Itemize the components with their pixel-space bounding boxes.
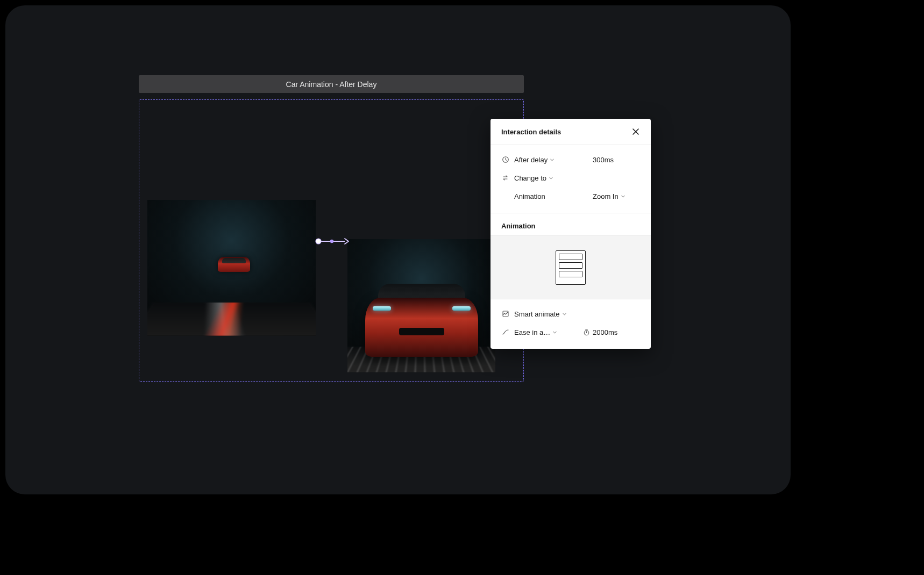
trigger-action-section: After delay 300ms Change to: [491, 145, 651, 213]
light-trails: [147, 303, 316, 336]
interaction-details-panel: Interaction details After delay: [491, 119, 651, 349]
easing-curve-icon: [501, 328, 510, 336]
spacer: [501, 192, 510, 200]
easing-dropdown[interactable]: Ease in a…: [514, 328, 557, 336]
car-near: [365, 276, 478, 357]
duration-value: 2000ms: [593, 328, 617, 336]
frame-title-bar[interactable]: Car Animation - After Delay: [139, 75, 524, 93]
trigger-delay-input[interactable]: 300ms: [593, 156, 614, 164]
chevron-down-icon: [621, 194, 626, 199]
design-canvas[interactable]: Car Animation - After Delay Interaction …: [5, 5, 791, 494]
chevron-down-icon: [552, 330, 557, 335]
animation-type-dropdown[interactable]: Smart animate: [514, 310, 567, 318]
animation-type-row: Smart animate: [501, 305, 641, 323]
chevron-down-icon: [550, 157, 555, 162]
swap-icon: [501, 174, 510, 182]
animation-settings-section: Smart animate Ease in a…: [491, 299, 651, 349]
panel-title: Interaction details: [501, 128, 561, 136]
smart-animate-icon: [501, 310, 510, 318]
trigger-row: After delay 300ms: [501, 150, 641, 169]
chevron-down-icon: [562, 312, 567, 317]
car-far: [218, 257, 250, 272]
close-icon: [632, 128, 639, 135]
close-button[interactable]: [630, 126, 641, 137]
panel-header: Interaction details: [491, 119, 651, 145]
clock-icon: [501, 155, 510, 164]
animation-section-title: Animation: [491, 213, 651, 236]
canvas-image-start[interactable]: [147, 200, 316, 336]
animation-preview-glyph: [556, 250, 586, 285]
trigger-dropdown[interactable]: After delay: [514, 156, 566, 164]
action-dropdown[interactable]: Change to: [514, 174, 566, 182]
destination-value: Zoom In: [593, 192, 619, 200]
duration-icon: [582, 328, 591, 336]
easing-row: Ease in a… 2000ms: [501, 323, 641, 341]
destination-label: Animation: [514, 192, 566, 200]
destination-row: Animation Zoom In: [501, 187, 641, 205]
trigger-label: After delay: [514, 156, 548, 164]
action-row: Change to: [501, 169, 641, 187]
animation-preview[interactable]: [491, 236, 651, 299]
animation-type-label: Smart animate: [514, 310, 560, 318]
canvas-image-end[interactable]: [347, 239, 495, 372]
destination-dropdown[interactable]: Zoom In: [593, 192, 626, 200]
chevron-down-icon: [549, 176, 553, 181]
easing-label: Ease in a…: [514, 328, 550, 336]
frame-title-text: Car Animation - After Delay: [286, 80, 377, 89]
trigger-delay-value: 300ms: [593, 156, 614, 164]
action-label: Change to: [514, 174, 546, 182]
duration-input[interactable]: 2000ms: [582, 328, 617, 336]
